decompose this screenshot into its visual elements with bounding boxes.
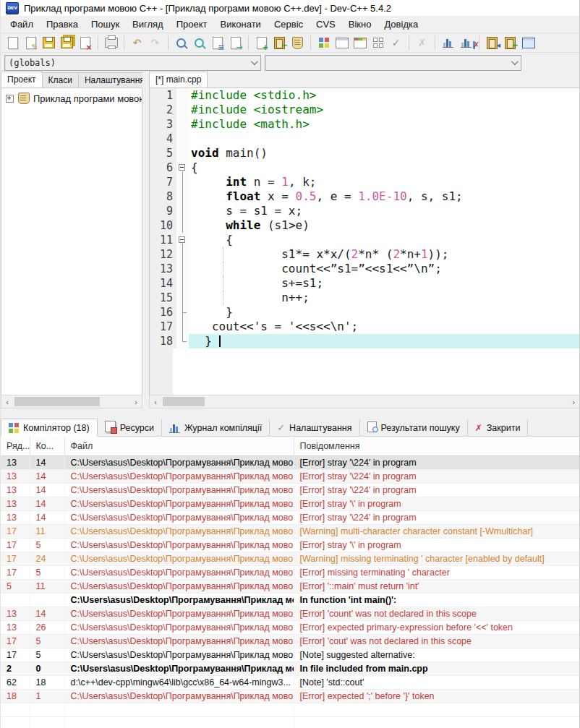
fold-margin[interactable] <box>176 305 189 320</box>
fold-margin[interactable] <box>176 132 189 146</box>
fold-margin[interactable] <box>176 233 189 247</box>
menu-item-0[interactable]: Файл <box>4 17 40 31</box>
menu-item-8[interactable]: Вікно <box>342 17 378 31</box>
error-table-row[interactable]: 511C:\Users\asus\Desktop\Програмування\П… <box>1 579 580 593</box>
fold-margin[interactable] <box>176 218 189 233</box>
menu-item-6[interactable]: Сервіс <box>268 17 310 31</box>
report-tab-Результати пошуку[interactable]: Результати пошуку <box>360 419 468 436</box>
report-tab-Журнал компіляції[interactable]: Журнал компіляції <box>162 419 270 436</box>
menu-item-4[interactable]: Проект <box>170 17 214 31</box>
fold-margin[interactable] <box>176 276 189 291</box>
fold-margin[interactable] <box>176 175 189 189</box>
error-table-row[interactable]: 1724C:\Users\asus\Desktop\Програмування\… <box>1 552 580 565</box>
find-in-files-button[interactable] <box>190 34 208 51</box>
tab-Класи[interactable]: Класи <box>42 72 79 87</box>
open-file-button[interactable]: ✎ <box>22 34 40 51</box>
report-tab-Закрити[interactable]: ✗Закрити <box>468 419 529 436</box>
redo-button[interactable]: ↷ <box>146 34 164 51</box>
error-table-row[interactable]: 181C:\Users\asus\Desktop\Програмування\П… <box>1 689 580 703</box>
globals-combobox[interactable]: (globals) <box>4 55 261 71</box>
error-table-row[interactable]: 1314C:\Users\asus\Desktop\Програмування\… <box>1 455 580 469</box>
tab-Проект[interactable]: Проект <box>1 72 43 87</box>
scroll-left-icon[interactable]: ‹ <box>150 396 161 407</box>
column-header-message[interactable]: Повідомлення <box>294 437 580 455</box>
fold-margin[interactable] <box>176 103 189 117</box>
syntax-check-button[interactable]: ✓ <box>387 34 405 51</box>
scroll-right-icon[interactable]: › <box>130 396 142 407</box>
error-table-row[interactable]: 1326C:\Users\asus\Desktop\Програмування\… <box>1 620 580 634</box>
fold-margin[interactable] <box>176 262 189 276</box>
error-table-row[interactable]: 175C:\Users\asus\Desktop\Програмування\П… <box>1 634 580 648</box>
fold-margin[interactable] <box>176 189 189 204</box>
report-tab-Ресурси[interactable]: Ресурси <box>98 419 162 436</box>
error-table-row[interactable]: 1711C:\Users\asus\Desktop\Програмування\… <box>1 524 580 538</box>
error-table-row[interactable]: 175C:\Users\asus\Desktop\Програмування\П… <box>1 648 580 661</box>
project-options-button[interactable] <box>289 34 307 51</box>
undo-button[interactable]: ↶ <box>128 34 146 51</box>
profile-button[interactable] <box>439 34 457 51</box>
fold-margin[interactable] <box>176 334 189 348</box>
error-table-row[interactable]: 6218d:\c++\dev-cpp\mingw64\lib\gcc\x86_6… <box>1 675 580 689</box>
compile-button[interactable] <box>315 34 333 51</box>
tab-Налаштування[interactable]: Налаштування <box>78 72 151 87</box>
print-button[interactable] <box>102 34 120 51</box>
rebuild-all-button[interactable] <box>369 34 387 51</box>
run-button[interactable] <box>333 34 351 51</box>
code-editor[interactable]: 1#include <stdio.h>2#include <iostream>3… <box>149 87 580 395</box>
replace-button[interactable]: ≡ <box>208 34 226 51</box>
column-header-line[interactable]: Ряд... <box>1 437 30 455</box>
error-table-row[interactable]: C:\Users\asus\Desktop\Програмування\Прик… <box>1 593 580 607</box>
fold-margin[interactable] <box>176 117 189 132</box>
menu-item-2[interactable]: Пошук <box>85 17 126 31</box>
error-table-row[interactable]: 1314C:\Users\asus\Desktop\Програмування\… <box>1 469 580 483</box>
remove-from-project-button[interactable]: − <box>270 34 289 51</box>
goto-line-button[interactable]: → <box>226 34 244 51</box>
fold-margin[interactable] <box>176 204 189 218</box>
tab-main-cpp[interactable]: [*] main.cpp <box>149 72 208 87</box>
fullscreen-button[interactable] <box>519 34 537 51</box>
scrollbar-thumb[interactable] <box>14 397 100 406</box>
error-table-row[interactable]: 1314C:\Users\asus\Desktop\Програмування\… <box>1 607 580 620</box>
tree-item-project[interactable]: Приклад програми мовою <box>1 88 142 104</box>
menu-item-5[interactable]: Виконати <box>214 17 268 31</box>
new-file-button[interactable] <box>4 34 22 51</box>
window-next-button[interactable]: + <box>501 34 519 51</box>
error-table-row[interactable]: 1314C:\Users\asus\Desktop\Програмування\… <box>1 483 580 497</box>
scrollbar-thumb[interactable] <box>163 397 205 406</box>
error-table-row[interactable]: 175C:\Users\asus\Desktop\Програмування\П… <box>1 538 580 552</box>
window-previous-button[interactable]: ◂ <box>483 34 501 51</box>
menu-item-9[interactable]: Довідка <box>378 17 425 31</box>
report-tab-Налаштування[interactable]: ✓Налаштування <box>270 419 359 436</box>
fold-margin[interactable] <box>176 247 189 262</box>
save-button[interactable] <box>40 34 58 51</box>
menu-item-7[interactable]: CVS <box>310 17 342 31</box>
fold-margin[interactable] <box>176 88 189 103</box>
editor-hscrollbar[interactable]: ‹ › <box>149 395 580 408</box>
abort-compilation-button[interactable]: ✗ <box>413 34 431 51</box>
error-table-row[interactable]: 20C:\Users\asus\Desktop\Програмування\Пр… <box>1 661 580 675</box>
menu-item-3[interactable]: Вигляд <box>126 17 170 31</box>
save-all-button[interactable] <box>58 34 76 51</box>
scroll-right-icon[interactable]: › <box>568 396 579 407</box>
find-button[interactable] <box>172 34 190 51</box>
error-table-row[interactable]: 175C:\Users\asus\Desktop\Програмування\П… <box>1 565 580 579</box>
members-combobox[interactable] <box>265 55 521 71</box>
column-header-file[interactable]: Файл <box>64 437 294 455</box>
expand-icon[interactable] <box>6 95 14 103</box>
report-tab-Компілятор (18)[interactable]: Компілятор (18) <box>1 419 98 437</box>
error-table-row[interactable]: 1314C:\Users\asus\Desktop\Програмування\… <box>1 497 580 510</box>
compile-and-run-button[interactable] <box>351 34 369 51</box>
horizontal-splitter[interactable] <box>1 408 580 419</box>
add-to-project-button[interactable]: + <box>252 34 270 51</box>
vertical-splitter[interactable] <box>142 72 149 408</box>
fold-margin[interactable] <box>176 291 189 305</box>
fold-margin[interactable] <box>176 146 189 160</box>
scroll-left-icon[interactable]: ‹ <box>1 396 13 407</box>
menu-item-1[interactable]: Правка <box>40 17 85 31</box>
column-header-col[interactable]: Ко... <box>30 437 64 455</box>
close-file-button[interactable]: × <box>76 34 94 51</box>
fold-margin[interactable] <box>176 160 189 175</box>
fold-margin[interactable] <box>176 320 189 334</box>
error-table-row[interactable]: 1314C:\Users\asus\Desktop\Програмування\… <box>1 510 580 524</box>
project-hscrollbar[interactable]: ‹ › <box>1 395 142 408</box>
